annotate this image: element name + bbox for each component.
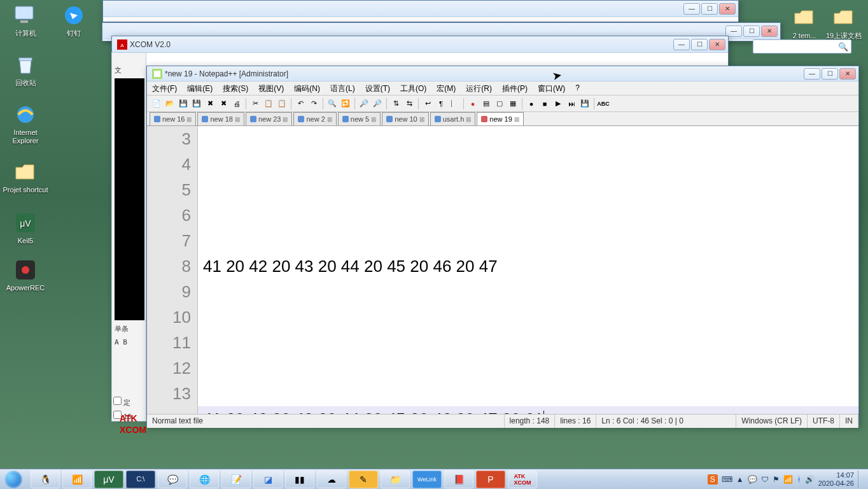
spellcheck-icon[interactable]: ABC bbox=[598, 98, 609, 110]
taskbar-app1[interactable]: ▮▮ bbox=[285, 471, 314, 488]
print-icon[interactable]: 🖨 bbox=[231, 98, 242, 110]
menu-file[interactable]: 文件(F) bbox=[147, 82, 182, 95]
taskbar-welink[interactable]: WeLink bbox=[412, 471, 442, 488]
stop-icon[interactable]: ■ bbox=[539, 98, 550, 110]
text-editor[interactable]: 41 20 42 20 43 20 44 20 45 20 46 20 47 4… bbox=[198, 126, 858, 414]
close-button[interactable]: ✕ bbox=[839, 68, 856, 80]
taskbar-explorer[interactable]: 📁 bbox=[381, 471, 410, 488]
file-tab[interactable]: new 18⊠ bbox=[197, 112, 244, 125]
replace-icon[interactable]: 🔁 bbox=[340, 98, 351, 110]
func-list-icon[interactable]: ▤ bbox=[480, 98, 492, 110]
desktop-icon-dingtalk[interactable]: 钉钉 bbox=[51, 3, 97, 38]
desktop-icon-apowerrec[interactable]: ApowerREC bbox=[3, 257, 48, 292]
desktop-icon-computer[interactable]: 计算机 bbox=[3, 3, 48, 38]
menu-tools[interactable]: 工具(O) bbox=[395, 82, 431, 95]
save-icon[interactable]: 💾 bbox=[178, 98, 189, 110]
tray-clock[interactable]: 14:07 2020-04-26 bbox=[818, 471, 854, 488]
minimize-button[interactable]: — bbox=[725, 25, 742, 37]
tray-bluetooth-icon[interactable]: ᚼ bbox=[797, 475, 801, 484]
start-button[interactable] bbox=[0, 469, 27, 490]
record-icon[interactable]: ● bbox=[526, 98, 537, 110]
tray-chevron-up-icon[interactable]: ▲ bbox=[736, 475, 744, 484]
open-file-icon[interactable]: 📂 bbox=[164, 98, 176, 110]
tray-security-icon[interactable]: 🛡 bbox=[761, 475, 769, 484]
minimize-button[interactable]: — bbox=[683, 3, 700, 15]
all-chars-icon[interactable]: ¶ bbox=[435, 98, 447, 110]
tab-close-icon[interactable]: ⊠ bbox=[186, 116, 192, 123]
save-all-icon[interactable]: 💾 bbox=[191, 98, 202, 110]
taskbar-app2[interactable]: ✎ bbox=[349, 471, 378, 488]
taskbar-powerpoint[interactable]: P bbox=[476, 471, 505, 488]
taskbar-chrome[interactable]: 🌐 bbox=[190, 471, 219, 488]
menu-plugins[interactable]: 插件(P) bbox=[497, 82, 533, 95]
copy-icon[interactable]: 📋 bbox=[263, 98, 274, 110]
file-tab[interactable]: new 23⊠ bbox=[246, 112, 292, 125]
maximize-button[interactable]: ☐ bbox=[691, 39, 708, 50]
taskbar-qq[interactable]: 🐧 bbox=[31, 471, 60, 488]
close-all-icon[interactable]: ✖ bbox=[218, 98, 229, 110]
tray-chat-icon[interactable]: 💬 bbox=[748, 475, 757, 484]
sync-v-icon[interactable]: ⇅ bbox=[390, 98, 402, 110]
file-tab[interactable]: new 2⊠ bbox=[293, 112, 336, 125]
zoom-out-icon[interactable]: 🔎 bbox=[372, 98, 383, 110]
close-button[interactable]: ✕ bbox=[709, 39, 725, 50]
maximize-button[interactable]: ☐ bbox=[822, 68, 838, 80]
taskbar-xcom[interactable]: ATKXCOM bbox=[508, 471, 537, 488]
taskbar-cmd[interactable]: C:\ bbox=[126, 471, 155, 488]
indent-guide-icon[interactable]: ⎸ bbox=[449, 98, 460, 110]
desktop-icon-folder-tem[interactable]: 2 tem... bbox=[785, 5, 823, 40]
file-tab-active[interactable]: new 19⊠ bbox=[477, 112, 523, 125]
desktop-icon-ie[interactable]: Internet Explorer bbox=[3, 102, 48, 145]
taskbar-maxthon[interactable]: ◪ bbox=[253, 471, 283, 488]
doc-map-icon[interactable]: ▦ bbox=[507, 98, 519, 110]
save-macro-icon[interactable]: 💾 bbox=[579, 98, 591, 110]
file-tab[interactable]: usart.h⊠ bbox=[430, 112, 476, 125]
find-icon[interactable]: 🔍 bbox=[326, 98, 338, 110]
menu-settings[interactable]: 设置(T) bbox=[360, 82, 395, 95]
undo-icon[interactable]: ↶ bbox=[295, 98, 306, 110]
play-multi-icon[interactable]: ⏭ bbox=[566, 98, 577, 110]
menu-search[interactable]: 搜索(S) bbox=[218, 82, 253, 95]
desktop-icon-recycle[interactable]: 回收站 bbox=[3, 52, 48, 87]
menu-help[interactable]: ? bbox=[570, 82, 585, 95]
taskbar-notepadpp[interactable]: 📝 bbox=[221, 471, 251, 488]
wordwrap-icon[interactable]: ↩ bbox=[422, 98, 433, 110]
tray-flag-icon[interactable]: ⚑ bbox=[773, 475, 780, 484]
desktop-icon-folder-19[interactable]: 19上课文档 bbox=[825, 5, 863, 40]
tab-close-icon[interactable]: ⊠ bbox=[371, 116, 376, 123]
file-tab[interactable]: new 10⊠ bbox=[382, 112, 428, 125]
folder-tree-icon[interactable]: ▢ bbox=[494, 98, 505, 110]
desktop-icon-projet[interactable]: Projet shortcut bbox=[3, 159, 48, 194]
lang-icon[interactable]: ● bbox=[467, 98, 479, 110]
tab-close-icon[interactable]: ⊠ bbox=[283, 116, 288, 123]
taskbar-baidu[interactable]: ☁ bbox=[317, 471, 346, 488]
zoom-in-icon[interactable]: 🔎 bbox=[358, 98, 370, 110]
tab-close-icon[interactable]: ⊠ bbox=[514, 116, 519, 123]
explorer-search-box[interactable]: 🔍 bbox=[753, 39, 851, 53]
tray-network-icon[interactable]: 📶 bbox=[783, 475, 793, 484]
npp-titlebar[interactable]: *new 19 - Notepad++ [Administrator] — ☐ … bbox=[147, 66, 858, 82]
show-desktop-button[interactable] bbox=[858, 471, 863, 488]
tab-close-icon[interactable]: ⊠ bbox=[466, 116, 471, 123]
close-file-icon[interactable]: ✖ bbox=[204, 98, 216, 110]
close-button[interactable]: ✕ bbox=[719, 3, 736, 15]
new-file-icon[interactable]: 📄 bbox=[151, 98, 162, 110]
sync-h-icon[interactable]: ⇆ bbox=[403, 98, 415, 110]
menu-window[interactable]: 窗口(W) bbox=[533, 82, 570, 95]
menu-language[interactable]: 语言(L) bbox=[325, 82, 360, 95]
desktop-icon-keil5[interactable]: μV Keil5 bbox=[3, 210, 48, 245]
check-fixed[interactable] bbox=[113, 397, 122, 405]
tab-close-icon[interactable]: ⊠ bbox=[327, 116, 332, 123]
menu-edit[interactable]: 编辑(E) bbox=[182, 82, 218, 95]
redo-icon[interactable]: ↷ bbox=[308, 98, 319, 110]
cut-icon[interactable]: ✂ bbox=[249, 98, 261, 110]
menu-macro[interactable]: 宏(M) bbox=[431, 82, 461, 95]
menu-view[interactable]: 视图(V) bbox=[253, 82, 289, 95]
paste-icon[interactable]: 📋 bbox=[276, 98, 288, 110]
minimize-button[interactable]: — bbox=[804, 68, 820, 80]
tray-keyboard-icon[interactable]: ⌨ bbox=[722, 475, 732, 484]
tab-close-icon[interactable]: ⊠ bbox=[235, 116, 240, 123]
tray-volume-icon[interactable]: 🔊 bbox=[805, 475, 815, 484]
taskbar-wechat[interactable]: 💬 bbox=[158, 471, 187, 488]
maximize-button[interactable]: ☐ bbox=[743, 25, 760, 37]
